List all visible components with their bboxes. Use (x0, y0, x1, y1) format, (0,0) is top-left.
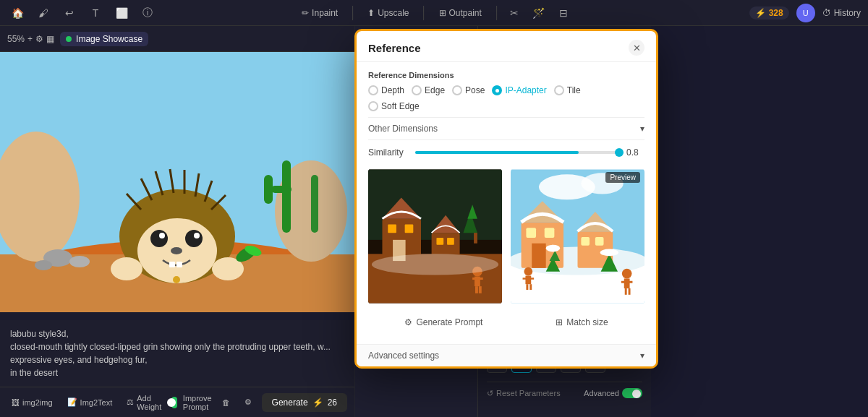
outpaint-button[interactable]: ⊞ Outpaint (432, 5, 489, 21)
img2img-tool[interactable]: 🖼 img2img (7, 396, 57, 409)
advanced-switch[interactable] (622, 388, 642, 398)
svg-point-29 (111, 257, 142, 280)
outpaint-icon: ⊞ (439, 8, 446, 18)
history-icon: ⏱ (822, 8, 831, 18)
zoom-control[interactable]: 55% + ⚙ ▦ (7, 34, 54, 44)
similarity-slider[interactable] (415, 151, 619, 154)
generate-prompt-button[interactable]: ⚙ Generate Prompt (397, 314, 490, 331)
radio-soft-edge[interactable]: Soft Edge (368, 101, 420, 111)
brush-icon[interactable]: 🖌 (33, 3, 54, 23)
reset-icon: ↺ (487, 389, 493, 398)
similarity-thumb (615, 148, 624, 157)
pose-radio-circle (452, 85, 462, 95)
svg-rect-76 (624, 278, 630, 288)
svg-point-31 (173, 276, 180, 283)
add-weight-tool[interactable]: ⚖ Add Weight (122, 392, 166, 413)
img2text-tool[interactable]: 📝 Img2Text (63, 395, 117, 409)
svg-rect-72 (545, 228, 555, 238)
svg-rect-60 (474, 233, 477, 244)
radio-group-dimensions: Depth Edge Pose IP-Adapter Tile (368, 85, 644, 95)
canvas-area (0, 52, 354, 320)
reset-parameters-button[interactable]: ↺ Reset Parameters (487, 389, 561, 398)
reference-image-1[interactable] (368, 168, 502, 305)
img2img-icon: 🖼 (12, 398, 20, 407)
lightning-icon: ⚡ (755, 8, 766, 18)
svg-rect-8 (311, 175, 318, 233)
tab-name: Image Showcase (76, 34, 142, 44)
svg-rect-74 (595, 237, 604, 246)
scissors-icon[interactable]: ✂ (504, 3, 524, 23)
zoom-plus-icon[interactable]: + (27, 34, 33, 44)
upscale-button[interactable]: ⬆ Upscale (360, 5, 416, 21)
other-dimensions-row[interactable]: Other Dimensions ▾ (368, 117, 644, 140)
lightning-badge: ⚡ 328 (749, 7, 789, 20)
modal-close-button[interactable]: ✕ (629, 40, 644, 56)
other-dim-chevron-icon: ▾ (640, 124, 644, 134)
similarity-fill (415, 151, 579, 154)
svg-point-23 (185, 230, 203, 247)
svg-rect-28 (176, 262, 182, 267)
generate-spark-icon: ⚡ (312, 397, 323, 408)
advanced-label: Advanced (584, 389, 619, 397)
radio-ip-adapter[interactable]: IP-Adapter (492, 85, 546, 95)
svg-point-11 (35, 260, 52, 270)
svg-rect-49 (405, 224, 414, 233)
svg-rect-71 (526, 228, 536, 238)
svg-point-89 (600, 249, 618, 257)
wand-icon[interactable]: 🪄 (529, 3, 549, 23)
improve-prompt-toggle[interactable] (171, 397, 177, 408)
similarity-row: Similarity 0.8 (368, 147, 644, 158)
avatar[interactable]: U (796, 4, 815, 22)
radio-tile[interactable]: Tile (554, 85, 581, 95)
home-icon[interactable]: 🏠 (7, 3, 27, 23)
improve-prompt-label: Improve Prompt (183, 394, 212, 411)
modal-header: Reference ✕ (357, 31, 656, 62)
svg-rect-68 (532, 244, 545, 268)
radio-edge[interactable]: Edge (412, 85, 445, 95)
text-icon[interactable]: T (85, 3, 106, 23)
zoom-value: 55% (7, 34, 25, 44)
add-weight-icon: ⚖ (127, 397, 134, 407)
match-size-button[interactable]: ⊞ Match size (548, 314, 615, 331)
settings-gear-icon[interactable]: ⚙ (240, 395, 256, 409)
grid-icon[interactable]: ▦ (46, 34, 54, 44)
rp-bottom: ↺ Reset Parameters Advanced (487, 382, 642, 398)
similarity-label: Similarity (368, 147, 408, 158)
canvas-tab[interactable]: Image Showcase (60, 32, 148, 46)
reference-images-row: Preview (368, 168, 644, 305)
frame-icon[interactable]: ⬜ (111, 3, 132, 23)
radio-group-soft-edge: Soft Edge (368, 101, 644, 111)
layers-icon[interactable]: ⊟ (553, 3, 574, 23)
inpaint-button[interactable]: ✏ Inpaint (294, 5, 345, 21)
svg-rect-7 (264, 175, 273, 204)
gingerbread-scene-2 (511, 168, 644, 305)
trash-icon[interactable]: 🗑 (218, 396, 234, 409)
svg-point-22 (150, 230, 168, 247)
advanced-settings-row[interactable]: Advanced settings ▾ (357, 344, 656, 366)
svg-point-10 (69, 256, 90, 267)
active-dot (66, 36, 72, 42)
modal-actions: ⚙ Generate Prompt ⊞ Match size (368, 314, 644, 335)
svg-rect-79 (629, 288, 631, 295)
inpaint-icon: ✏ (302, 8, 309, 18)
svg-point-57 (372, 254, 498, 275)
reset-label: Reset Parameters (496, 389, 561, 397)
main-toolbar: 🏠 🖌 ↩ T ⬜ ⓘ ✏ Inpaint ⬆ Upscale ⊞ Outpai… (0, 0, 868, 26)
svg-rect-81 (525, 276, 531, 285)
reference-image-2[interactable]: Preview (511, 168, 644, 305)
modal-title: Reference (368, 42, 421, 54)
undo-icon[interactable]: ↩ (59, 3, 80, 23)
svg-point-24 (159, 233, 165, 238)
depth-radio-circle (368, 85, 378, 95)
radio-pose[interactable]: Pose (452, 85, 485, 95)
ip-adapter-radio-circle (492, 85, 502, 95)
advanced-toggle[interactable]: Advanced (584, 388, 642, 398)
history-button[interactable]: ⏱ History (822, 8, 861, 18)
generate-button[interactable]: Generate ⚡ 26 (262, 393, 347, 412)
radio-depth[interactable]: Depth (368, 85, 404, 95)
info-icon[interactable]: ⓘ (137, 3, 158, 23)
settings-icon[interactable]: ⚙ (35, 34, 43, 44)
tile-radio-circle (554, 85, 564, 95)
prompt-area: labubu style3d, closed-mouth tightly clo… (0, 320, 354, 387)
svg-rect-55 (475, 286, 478, 293)
